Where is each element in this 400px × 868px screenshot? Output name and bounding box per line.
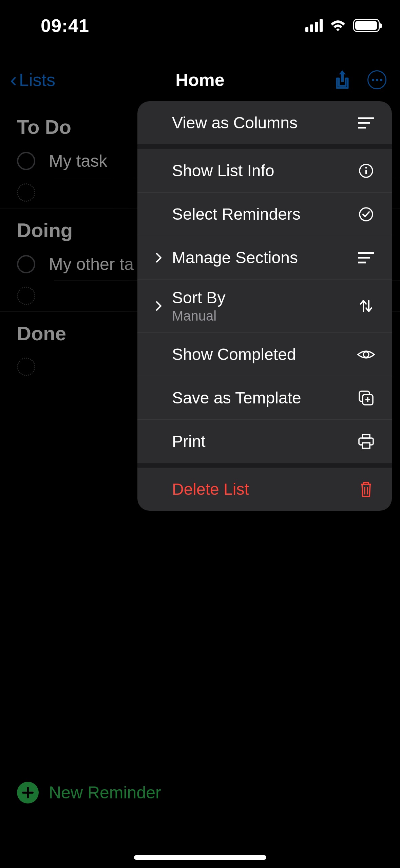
menu-sort-by[interactable]: Sort By Manual (137, 279, 392, 332)
reminder-checkbox-placeholder (17, 287, 35, 305)
reminder-text[interactable]: My other ta (49, 254, 134, 274)
menu-manage-sections[interactable]: Manage Sections (137, 236, 392, 279)
printer-icon (357, 433, 376, 450)
reminder-text[interactable]: My task (49, 151, 107, 171)
sort-arrows-icon (357, 298, 376, 314)
menu-view-as-columns[interactable]: View as Columns (137, 101, 392, 144)
new-reminder-button[interactable]: New Reminder (17, 782, 161, 803)
reminder-checkbox-placeholder (17, 183, 35, 202)
checkmark-circle-icon (357, 207, 376, 222)
cellular-signal-icon (305, 19, 323, 32)
menu-label: Save as Template (172, 388, 301, 407)
chevron-left-icon: ‹ (10, 70, 17, 90)
menu-label: Select Reminders (172, 205, 301, 223)
menu-delete-list[interactable]: Delete List (137, 468, 392, 511)
status-bar: 09:41 (0, 0, 400, 51)
back-button[interactable]: ‹ Lists (10, 70, 55, 90)
more-button[interactable] (367, 70, 386, 89)
columns-icon (357, 116, 376, 129)
menu-select-reminders[interactable]: Select Reminders (137, 193, 392, 236)
reminder-checkbox-placeholder (17, 358, 35, 376)
menu-label: Show Completed (172, 345, 296, 364)
menu-label: Delete List (172, 480, 249, 499)
chevron-right-icon (154, 301, 164, 311)
menu-label: Manage Sections (172, 248, 298, 267)
sections-icon (357, 251, 376, 264)
menu-save-as-template[interactable]: Save as Template (137, 376, 392, 419)
ellipsis-icon (372, 79, 382, 81)
svg-point-10 (363, 352, 369, 357)
menu-label: Show List Info (172, 161, 274, 180)
menu-print[interactable]: Print (137, 420, 392, 463)
new-reminder-label: New Reminder (49, 783, 161, 802)
menu-show-list-info[interactable]: Show List Info (137, 149, 392, 192)
reminder-checkbox[interactable] (17, 152, 35, 170)
wifi-icon (329, 19, 346, 32)
home-indicator[interactable] (134, 855, 266, 860)
menu-label: Print (172, 432, 206, 451)
battery-icon (353, 19, 380, 32)
menu-label: View as Columns (172, 113, 298, 132)
nav-bar: ‹ Lists Home (0, 61, 400, 98)
info-icon (357, 163, 376, 178)
menu-sublabel: Manual (172, 308, 225, 324)
menu-label: Sort By (172, 288, 225, 307)
template-plus-icon (357, 390, 376, 406)
share-button[interactable] (334, 70, 350, 90)
chevron-right-icon (154, 252, 164, 263)
status-time: 09:41 (41, 15, 89, 36)
svg-point-4 (365, 167, 367, 168)
trash-icon (357, 481, 376, 498)
svg-rect-17 (362, 443, 370, 448)
menu-show-completed[interactable]: Show Completed (137, 333, 392, 376)
context-menu: View as Columns Show List Info Select Re… (137, 101, 392, 511)
plus-circle-icon (17, 782, 39, 803)
eye-icon (357, 348, 376, 361)
back-label: Lists (19, 70, 55, 90)
status-icons (305, 19, 380, 32)
reminder-checkbox[interactable] (17, 255, 35, 273)
